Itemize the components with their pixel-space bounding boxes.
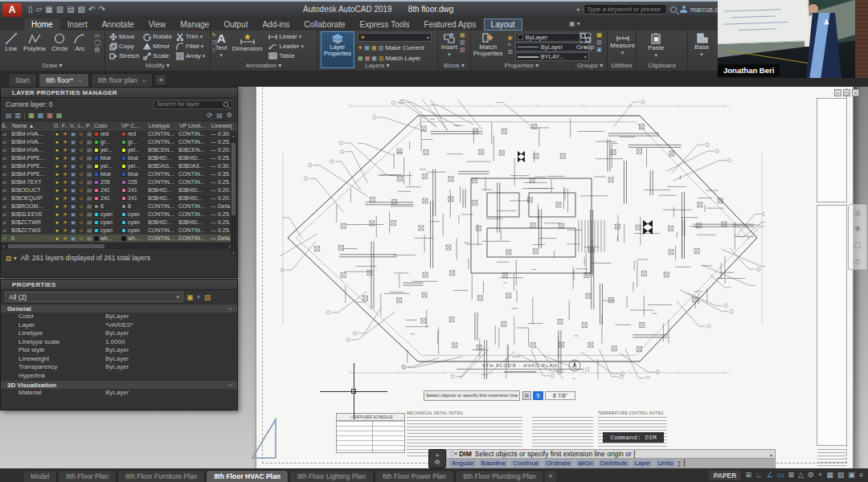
layer-on-icon[interactable]: ● (53, 210, 61, 219)
layer-linetype[interactable]: $0$CEN... (148, 146, 178, 154)
layout-tab[interactable]: 8th Floor Plan (58, 470, 117, 482)
arc-tool[interactable]: Arc (73, 32, 86, 52)
dynamic-input-active-field[interactable]: 5 (533, 391, 543, 400)
layer-lock-icon[interactable]: ∪ (77, 130, 85, 138)
undo-icon[interactable]: ↶ (88, 2, 95, 17)
layer-vp-freeze-icon[interactable]: ▣ (69, 138, 77, 146)
ortho-icon[interactable]: ∠ (767, 469, 773, 481)
layer-vp-color-cell[interactable]: 205 (121, 178, 148, 186)
snap-icon[interactable]: ∟ (755, 469, 763, 481)
layer-color-cell[interactable]: wh... (93, 235, 121, 243)
layer-vp-color-cell[interactable]: 241 (121, 194, 148, 202)
layer-lineweight[interactable]: 0.25... (211, 154, 233, 162)
layer-vp-color-cell[interactable]: blue (121, 170, 148, 178)
command-option-button[interactable]: Ordinate (543, 460, 573, 468)
layer-lineweight[interactable]: 0.30... (211, 162, 233, 170)
layer-name[interactable]: $0$ODUCT (11, 186, 53, 194)
layer-row[interactable]: $0$M-TEXT ● ☀ ▣ ∪ ▤ 205 205 CONTIN... CO… (1, 178, 233, 186)
layer-on-icon[interactable]: ● (53, 178, 61, 186)
layer-row[interactable]: $0$M-PIPE... ● ☀ ▣ ∪ ▤ blue blue CONTIN.… (1, 170, 233, 178)
table-tool[interactable]: Table (268, 51, 303, 60)
layer-name[interactable]: $0$M-TEXT (11, 178, 53, 186)
layer-color-cell[interactable]: gr... (93, 138, 121, 146)
graphics-icon[interactable]: ▧ (837, 469, 845, 481)
column-header[interactable]: V.. (69, 121, 77, 130)
layer-vp-freeze-icon[interactable]: ▣ (69, 210, 77, 219)
layer-vp-linetype[interactable]: CONTIN... (178, 170, 211, 178)
layer-lock-icon[interactable]: ∪ (77, 186, 85, 194)
object-snap-icon[interactable]: ▦ (826, 469, 833, 481)
block-panel-label[interactable]: Block ▾ (438, 61, 470, 71)
scale-tool[interactable]: Scale (143, 51, 172, 60)
clean-screen-icon[interactable]: ▣ (848, 469, 855, 481)
layer-plot-icon[interactable]: ▤ (85, 162, 93, 170)
layer-vp-color-cell[interactable]: red (121, 130, 148, 138)
layer-row[interactable]: $0$M-HVA... ● ☀ ▣ ∪ ▤ red red CONTIN... … (1, 130, 233, 138)
layer-vp-linetype[interactable]: CONTIN... (178, 227, 211, 235)
layer-on-icon[interactable]: ● (53, 219, 61, 227)
column-header[interactable]: Linetype (148, 121, 178, 130)
layer-vp-linetype[interactable]: CONTIN... (178, 130, 211, 138)
layer-on-icon[interactable]: ● (53, 202, 61, 210)
new-drawing-tab-button[interactable]: + (154, 74, 167, 86)
layer-vp-color-cell[interactable]: cyan (121, 219, 148, 227)
quick-select-icon[interactable]: ▨ (204, 294, 211, 300)
layer-color-cell[interactable]: cyan (93, 219, 121, 227)
layer-row[interactable]: 0 ● ☀ ▣ ∪ ▤ wh... wh... CONTIN... CONTIN… (1, 235, 233, 243)
layer-freeze-icon[interactable]: ☀ (61, 130, 69, 138)
layer-color-cell[interactable]: 241 (93, 194, 121, 202)
layer-name[interactable]: $0$M-HVA... (11, 146, 53, 154)
layer-on-icon[interactable]: ● (53, 146, 61, 154)
layer-linetype[interactable]: CONTIN... (148, 178, 178, 186)
column-header[interactable]: VP Linet... (178, 121, 211, 130)
autocad-app-icon[interactable]: A (2, 3, 22, 17)
delete-layer-icon[interactable]: ▦ (47, 112, 53, 119)
groups-panel-label[interactable]: Groups ▾ (573, 61, 607, 71)
lpm-title[interactable]: LAYER PROPERTIES MANAGER (1, 88, 237, 98)
layer-vp-freeze-icon[interactable]: ▣ (69, 202, 77, 210)
rectangle-tool-icon[interactable]: ▭ (94, 32, 100, 39)
layer-lock-icon[interactable]: ∪ (77, 210, 85, 219)
layer-lock-icon[interactable]: ∪ (77, 178, 85, 186)
trim-tool[interactable]: Trim ▾ (176, 32, 206, 41)
layers-panel-label[interactable]: Layers ▾ (317, 61, 437, 71)
ribbon-tab[interactable]: View (141, 18, 174, 31)
layer-name[interactable]: $0$M-PIPE... (11, 170, 53, 178)
layer-vp-color-cell[interactable]: gr... (121, 138, 148, 146)
selection-dropdown[interactable]: All (2)▾ (5, 292, 183, 302)
layer-plot-icon[interactable]: ▤ (85, 130, 93, 138)
layer-lock-icon[interactable]: ∪ (77, 146, 85, 154)
navigation-bar[interactable]: ◎ ✥ ▢ ◇ (848, 204, 867, 270)
layer-vp-linetype[interactable]: $0$HID... (178, 186, 211, 194)
linetype-list-icon[interactable]: ≡ (507, 42, 512, 48)
layer-lock-icon[interactable]: ∪ (77, 194, 85, 202)
3d-visualization-section-header[interactable]: 3D Visualization− (1, 380, 237, 389)
measure-tool[interactable]: Measure▾ (610, 32, 635, 56)
layer-vp-freeze-icon[interactable]: ▣ (69, 130, 77, 138)
layer-linetype[interactable]: $0$HID... (148, 154, 178, 162)
ribbon-tab[interactable]: Output (216, 18, 255, 31)
layer-color-cell[interactable]: blue (93, 154, 121, 162)
new-vp-layer-icon[interactable]: ▦ (38, 112, 44, 119)
layer-lineweight[interactable]: 0.30... (211, 130, 233, 138)
maximize-viewport-icon[interactable]: ▢ (843, 89, 850, 96)
layer-name[interactable]: $0$ZCTWR (11, 219, 53, 227)
property-row[interactable]: Lineweight ByLayer (1, 355, 237, 364)
edit-block-icon[interactable]: ▥ (460, 39, 465, 46)
layer-color-cell[interactable]: blue (93, 170, 121, 178)
layout-tab[interactable]: 8th Floor Power Plan (375, 470, 454, 482)
command-option-button[interactable]: Continue (510, 460, 541, 468)
layer-vp-freeze-icon[interactable]: ▣ (69, 154, 77, 162)
layer-lineweight[interactable]: 0.35... (211, 170, 233, 178)
recent-commands-icon[interactable]: ▢▾ (449, 451, 457, 457)
layer-plot-icon[interactable]: ▤ (85, 202, 93, 210)
ribbon-tab[interactable]: Add-ins (255, 18, 297, 31)
group-select-icon[interactable]: ▣ (596, 47, 602, 53)
layer-plot-icon[interactable]: ▤ (85, 170, 93, 178)
layer-lineweight[interactable]: Defa... (211, 235, 233, 243)
draw-panel-label[interactable]: Draw ▾ (0, 61, 104, 71)
layer-plot-icon[interactable]: ▤ (85, 146, 93, 154)
layer-row[interactable]: $0$M-HVA... ● ☀ ▣ ∪ ▤ gr... gr... CONTIN… (1, 138, 233, 146)
ribbon-tab[interactable]: Express Tools (352, 18, 416, 31)
group-tool[interactable]: Group (576, 32, 594, 51)
